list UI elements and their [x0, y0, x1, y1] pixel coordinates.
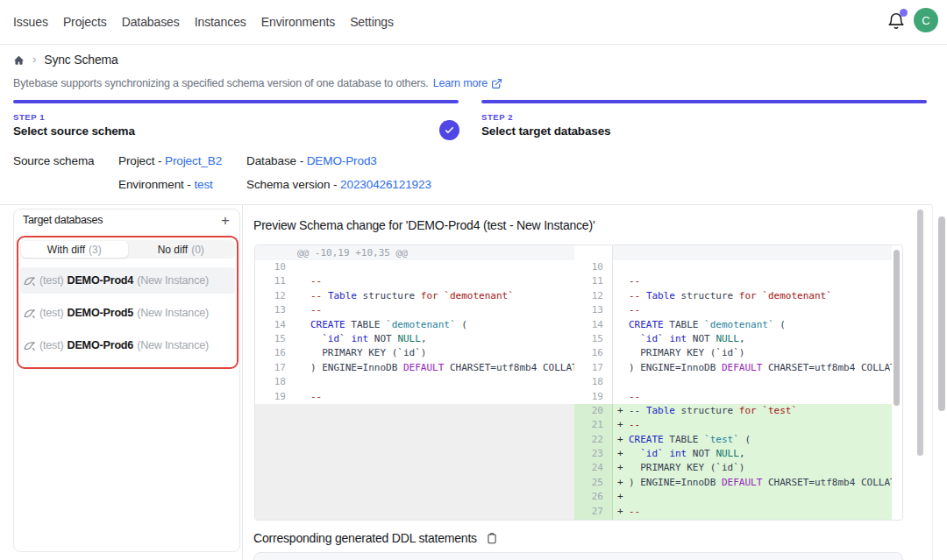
diff-editor-scrollbar[interactable] [894, 250, 900, 406]
nav-item-environments[interactable]: Environments [261, 15, 335, 29]
vertical-divider [242, 205, 243, 560]
environment-link[interactable]: test [194, 178, 212, 191]
copy-ddl-icon[interactable] [486, 532, 498, 545]
line-number: 12 [574, 289, 603, 303]
breadcrumb: › Sync Schema [13, 53, 118, 67]
project-link[interactable]: Project_B2 [165, 154, 222, 167]
diff-code-line [310, 260, 574, 274]
diff-code-line [310, 375, 574, 389]
diff-code-line: -- [613, 274, 892, 288]
db-environment: (test) [39, 307, 64, 319]
tab-count: (3) [89, 244, 102, 256]
line-number: 10 [255, 260, 286, 274]
content-scrollbar-thumb[interactable] [917, 209, 923, 456]
page-scrollbar-thumb[interactable] [938, 216, 945, 411]
db-name: DEMO-Prod5 [68, 307, 134, 319]
db-name: DEMO-Prod4 [68, 274, 134, 287]
diff-code-line: CREATE TABLE `demotenant` ( [310, 318, 574, 332]
target-database-row-demo-prod6[interactable]: (test)DEMO-Prod6(New Instance) [20, 332, 235, 358]
diff-code-line: -- [613, 303, 892, 317]
nav-menu: IssuesProjectsDatabasesInstancesEnvironm… [13, 0, 394, 44]
horizontal-divider [0, 204, 932, 205]
line-number: 15 [255, 332, 286, 346]
mysql-icon [24, 308, 36, 319]
target-database-list: (test)DEMO-Prod4(New Instance)(test)DEMO… [20, 267, 235, 365]
tab-label: With diff [47, 244, 85, 256]
tab-label: No diff [158, 244, 188, 256]
schema-diff-editor: @@ -10,19 +10,35 @@ 10111213141516171819… [254, 245, 903, 521]
diff-right-line-numbers: 101112131415161718192021222324252627 [574, 260, 603, 519]
step1-completed-check-icon [439, 120, 459, 140]
source-schema-version-field: Schema version - 20230426121923 [246, 178, 431, 191]
ddl-title-row: Corresponding generated DDL statements [253, 531, 498, 545]
line-number: 11 [574, 274, 603, 288]
notification-dot [900, 9, 908, 17]
diff-left-empty-region [255, 404, 574, 520]
source-project-field: Project - Project_B2 [118, 154, 222, 167]
db-instance-suffix: (New Instance) [137, 307, 209, 319]
diff-added-line: +CREATE TABLE `test` ( [613, 433, 892, 447]
line-number: 16 [255, 346, 286, 360]
line-number: 17 [255, 361, 286, 375]
target-databases-title: Target databases [23, 214, 103, 226]
line-number: 20 [574, 404, 603, 418]
home-icon[interactable] [13, 54, 25, 66]
page-description: Bytebase supports synchronizing a specif… [13, 77, 502, 89]
diff-code-line [613, 260, 892, 274]
top-navigation-bar: IssuesProjectsDatabasesInstancesEnvironm… [0, 0, 947, 45]
line-number: 14 [574, 318, 603, 332]
db-name: DEMO-Prod6 [68, 339, 134, 351]
line-number: 18 [255, 375, 286, 389]
step2-title: Select target databases [481, 124, 610, 138]
diff-code-line: `id` int NOT NULL, [310, 332, 574, 346]
line-number: 17 [574, 361, 603, 375]
step1-title: Select source schema [13, 124, 135, 138]
db-environment: (test) [39, 274, 64, 287]
tab-with-diff[interactable]: With diff(3) [21, 241, 128, 258]
line-number: 14 [255, 318, 286, 332]
line-number: 23 [574, 447, 603, 461]
diff-left-line-numbers: 10111213141516171819 [255, 260, 286, 404]
step2-kicker: STEP 2 [481, 112, 513, 122]
diff-hunk-gutter-gap [574, 245, 612, 260]
diff-code-line: -- [613, 390, 892, 404]
target-database-row-demo-prod5[interactable]: (test)DEMO-Prod5(New Instance) [20, 300, 235, 326]
source-database-field: Database - DEMO-Prod3 [246, 154, 377, 167]
diff-hunk-header: @@ -10,19 +10,35 @@ [297, 246, 408, 260]
learn-more-link[interactable]: Learn more [433, 77, 502, 89]
diff-added-line: + [613, 490, 892, 504]
user-avatar[interactable]: C [914, 8, 938, 32]
database-link[interactable]: DEMO-Prod3 [307, 154, 377, 167]
nav-item-instances[interactable]: Instances [195, 15, 246, 29]
breadcrumb-separator-icon: › [32, 53, 36, 66]
line-number: 25 [574, 476, 603, 490]
target-database-row-demo-prod4[interactable]: (test)DEMO-Prod4(New Instance) [20, 267, 235, 294]
nav-item-projects[interactable]: Projects [63, 15, 107, 29]
diff-added-line: + PRIMARY KEY (`id`) [613, 461, 892, 475]
diff-added-line: +-- [613, 418, 892, 432]
add-target-database-button[interactable]: + [215, 210, 236, 231]
diff-added-line: +-- [613, 505, 892, 519]
nav-item-issues[interactable]: Issues [13, 15, 48, 29]
nav-item-databases[interactable]: Databases [122, 15, 180, 29]
diff-added-line: + `id` int NOT NULL, [613, 447, 892, 461]
step2-progress-bar [481, 100, 927, 103]
nav-item-settings[interactable]: Settings [350, 15, 394, 29]
source-schema-label: Source schema [13, 154, 95, 167]
line-number: 11 [255, 274, 286, 288]
step1-progress-bar [13, 100, 459, 103]
tab-no-diff[interactable]: No diff(0) [128, 241, 235, 258]
diff-added-line: +) ENGINE=InnoDB DEFAULT CHARSET=utf8mb4… [613, 476, 892, 490]
db-environment: (test) [39, 339, 64, 351]
line-number: 16 [574, 346, 603, 360]
diff-filter-tabs: With diff(3)No diff(0) [20, 240, 235, 259]
description-text: Bytebase supports synchronizing a specif… [13, 77, 429, 89]
diff-code-line: -- [310, 390, 574, 404]
diff-code-line: -- [310, 303, 574, 317]
line-number: 13 [574, 303, 603, 317]
line-number: 19 [574, 390, 603, 404]
diff-code-line: -- Table structure for `demotenant` [613, 289, 892, 303]
line-number: 19 [255, 390, 286, 404]
schema-version-link[interactable]: 20230426121923 [340, 178, 431, 191]
tab-count: (0) [191, 244, 204, 256]
